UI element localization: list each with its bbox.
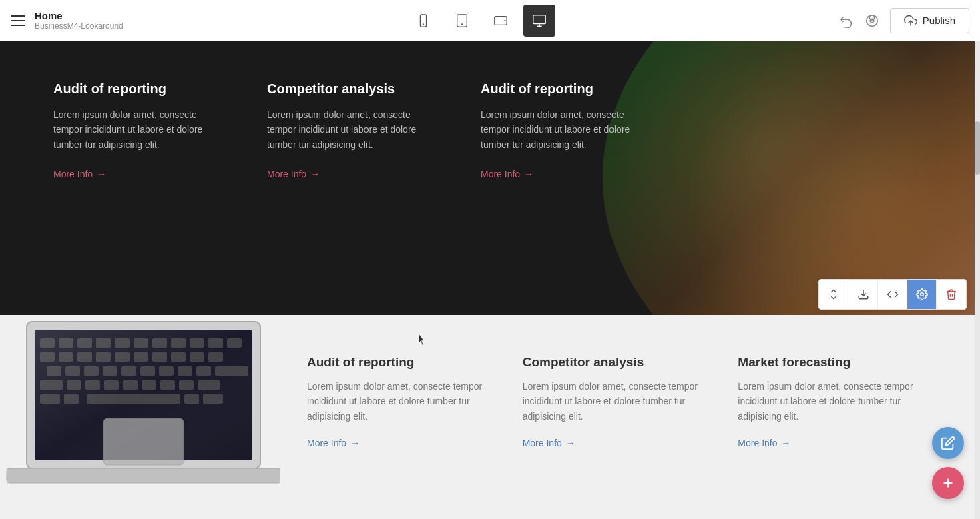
svg-rect-12 — [7, 468, 280, 483]
light-card-1-title: Audit of reporting — [307, 355, 496, 370]
tablet-landscape-button[interactable] — [485, 5, 517, 37]
publish-button[interactable]: Publish — [890, 8, 969, 33]
dark-card-2-link[interactable]: More Info → — [267, 169, 320, 179]
dark-card-3-body: Lorem ipsum dolor amet, consecte tempor … — [481, 107, 654, 152]
light-card-3-link[interactable]: More Info → — [738, 438, 790, 448]
delete-button[interactable] — [937, 280, 966, 309]
page-subtitle: BusinessM4-Lookaround — [35, 21, 124, 31]
dark-card-3-link[interactable]: More Info → — [481, 169, 533, 179]
light-card-2-title: Competitor analysis — [523, 355, 712, 370]
download-button[interactable] — [848, 280, 878, 309]
add-fab-button[interactable] — [932, 467, 964, 499]
arrow-right-icon: → — [97, 169, 106, 179]
svg-point-3 — [461, 24, 462, 25]
dark-section-cards: Audit of reporting Lorem ipsum dolor ame… — [53, 81, 654, 180]
svg-point-61 — [920, 293, 923, 296]
svg-rect-6 — [533, 15, 545, 23]
page-title: Home — [35, 10, 124, 21]
nav-title: Home BusinessM4-Lookaround — [35, 10, 124, 31]
undo-button[interactable] — [839, 13, 854, 28]
dark-card-2-body: Lorem ipsum dolor amet, consecte tempor … — [267, 107, 441, 152]
light-card-2-link[interactable]: More Info → — [523, 438, 575, 448]
scrollbar-thumb[interactable] — [975, 121, 980, 175]
light-card-3: Market forecasting Lorem ipsum dolor ame… — [738, 355, 927, 486]
device-switcher — [407, 5, 555, 37]
dark-card-2-title: Competitor analysis — [267, 81, 441, 97]
nav-left: Home BusinessM4-Lookaround — [11, 10, 124, 31]
preview-button[interactable] — [865, 13, 879, 28]
svg-point-5 — [505, 20, 505, 21]
light-card-3-title: Market forecasting — [738, 355, 927, 370]
svg-point-8 — [870, 19, 874, 23]
publish-label: Publish — [923, 15, 955, 26]
arrow-right-icon: → — [524, 169, 533, 179]
light-card-2-body: Lorem ipsum dolor amet, consecte tempor … — [523, 379, 712, 424]
dark-section: Audit of reporting Lorem ipsum dolor ame… — [0, 41, 980, 315]
svg-rect-59 — [35, 330, 252, 460]
dark-card-3-title: Audit of reporting — [481, 81, 654, 97]
arrow-right-icon: → — [310, 169, 320, 179]
light-card-3-body: Lorem ipsum dolor amet, consecte tempor … — [738, 379, 927, 424]
arrow-right-icon: → — [566, 438, 575, 448]
settings-button[interactable] — [907, 280, 937, 309]
desktop-view-button[interactable] — [523, 5, 555, 37]
svg-point-1 — [423, 24, 423, 25]
dark-card-3: Audit of reporting Lorem ipsum dolor ame… — [481, 81, 654, 180]
tablet-view-button[interactable] — [446, 5, 478, 37]
move-updown-button[interactable] — [819, 280, 848, 309]
arrow-right-icon: → — [781, 438, 790, 448]
laptop-illustration — [0, 315, 280, 486]
dark-card-1-title: Audit of reporting — [53, 81, 227, 97]
dark-card-1-body: Lorem ipsum dolor amet, consecte tempor … — [53, 107, 227, 152]
light-card-1: Audit of reporting Lorem ipsum dolor ame… — [307, 355, 496, 486]
light-card-1-body: Lorem ipsum dolor amet, consecte tempor … — [307, 379, 496, 424]
top-nav: Home BusinessM4-Lookaround — [0, 0, 980, 41]
scrollbar[interactable] — [975, 41, 980, 519]
light-card-2: Competitor analysis Lorem ipsum dolor am… — [523, 355, 712, 486]
edit-fab-button[interactable] — [932, 427, 964, 459]
hamburger-menu[interactable] — [11, 15, 25, 26]
light-section-cards: Audit of reporting Lorem ipsum dolor ame… — [280, 348, 927, 486]
light-section: Audit of reporting Lorem ipsum dolor ame… — [0, 315, 980, 519]
dark-card-1: Audit of reporting Lorem ipsum dolor ame… — [53, 81, 227, 180]
svg-point-7 — [867, 15, 878, 26]
laptop-image-area — [0, 315, 280, 486]
floating-toolbar — [818, 279, 967, 310]
arrow-right-icon: → — [350, 438, 360, 448]
fab-container — [932, 427, 964, 499]
mobile-view-button[interactable] — [407, 5, 439, 37]
nav-right: Publish — [839, 8, 969, 33]
code-button[interactable] — [878, 280, 907, 309]
light-card-1-link[interactable]: More Info → — [307, 438, 360, 448]
dark-card-1-link[interactable]: More Info → — [53, 169, 106, 179]
dark-card-2: Competitor analysis Lorem ipsum dolor am… — [267, 81, 441, 180]
